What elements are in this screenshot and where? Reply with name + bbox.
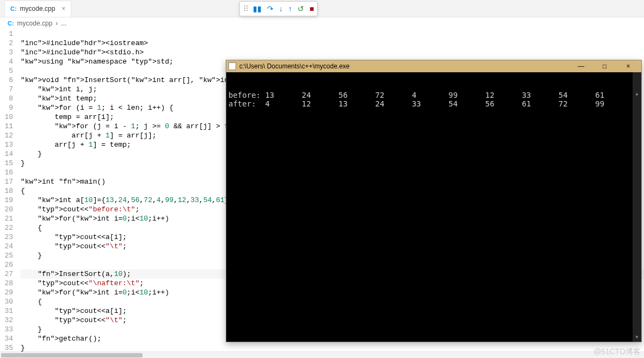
breadcrumb-more[interactable]: ...: [61, 20, 66, 27]
step-over-button[interactable]: ↷: [267, 4, 274, 13]
watermark: @51CTO博客: [593, 347, 641, 357]
close-icon[interactable]: ×: [61, 5, 65, 12]
chevron-right-icon: ›: [55, 20, 58, 27]
tab-bar: C: mycode.cpp ×: [0, 0, 644, 17]
scroll-up-icon[interactable]: ▲: [633, 90, 641, 98]
console-scrollbar[interactable]: ▲ ▼: [633, 72, 641, 342]
breadcrumb-file[interactable]: mycode.cpp: [17, 20, 53, 27]
scroll-down-icon[interactable]: ▼: [633, 333, 641, 342]
step-into-button[interactable]: ↓: [279, 4, 283, 13]
console-title-path: c:\Users\ Documents\c++\mycode.exe: [239, 62, 570, 70]
exe-icon: [228, 62, 236, 70]
breadcrumb[interactable]: C: mycode.cpp › ...: [0, 17, 644, 29]
console-titlebar[interactable]: c:\Users\ Documents\c++\mycode.exe — □ ×: [226, 60, 641, 72]
horizontal-scrollbar[interactable]: [0, 351, 644, 358]
cpp-file-icon: C:: [10, 5, 17, 12]
code-line[interactable]: [21, 29, 644, 39]
grip-icon[interactable]: ⠿: [243, 4, 247, 13]
maximize-button[interactable]: □: [594, 62, 616, 70]
debug-toolbar[interactable]: ⠿ ▮▮ ↷ ↓ ↑ ↺ ■: [239, 1, 318, 16]
stop-button[interactable]: ■: [309, 4, 314, 13]
minimize-button[interactable]: —: [570, 62, 592, 70]
console-output[interactable]: before: 13 24 56 72 4 99 12 33 54 61 aft…: [226, 72, 641, 342]
close-button[interactable]: ×: [617, 62, 639, 70]
line-gutter: 1234567891011121314151617181920212223242…: [0, 29, 21, 358]
restart-button[interactable]: ↺: [298, 4, 304, 13]
code-line[interactable]: "inc">#include"hdr"><iostream>: [21, 39, 644, 48]
tab-mycode[interactable]: C: mycode.cpp ×: [4, 1, 71, 17]
console-window[interactable]: c:\Users\ Documents\c++\mycode.exe — □ ×…: [226, 60, 642, 342]
cpp-file-icon: C:: [8, 20, 14, 27]
step-out-button[interactable]: ↑: [288, 4, 292, 13]
scrollbar-thumb[interactable]: [1, 353, 143, 357]
console-row: before: 13 24 56 72 4 99 12 33 54 61: [228, 91, 639, 99]
code-line[interactable]: "inc">#include"hdr"><stdio.h>: [21, 48, 644, 57]
console-row: after: 4 12 13 24 33 54 56 61 72 99: [228, 99, 639, 108]
tab-label: mycode.cpp: [20, 5, 55, 12]
pause-button[interactable]: ▮▮: [253, 4, 262, 13]
